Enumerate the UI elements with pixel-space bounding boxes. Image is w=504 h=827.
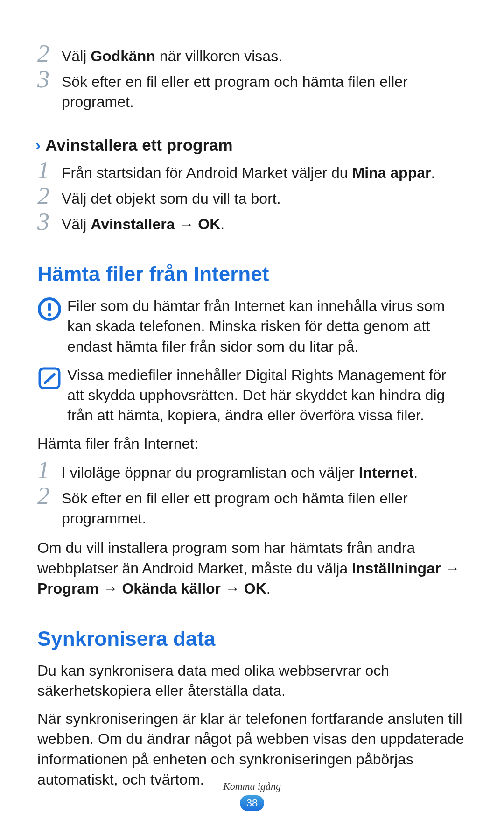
warning-icon	[37, 296, 65, 323]
info-text: Vissa mediefiler innehåller Digital Righ…	[65, 365, 467, 426]
step-number: 1	[37, 458, 62, 482]
step-item: 2 Välj det objekt som du vill ta bort.	[37, 187, 467, 209]
step-number: 3	[37, 67, 62, 92]
note-icon	[37, 365, 65, 392]
step-number: 2	[37, 484, 62, 508]
step-text: Sök efter en fil eller ett program och h…	[62, 70, 467, 112]
step-item: 2 Välj Godkänn när villkoren visas.	[37, 44, 467, 66]
section-heading-sync: Synkronisera data	[37, 627, 467, 650]
step-text: Välj Godkänn när villkoren visas.	[62, 44, 282, 66]
page-content: 2 Välj Godkänn när villkoren visas. 3 Sö…	[0, 0, 504, 816]
step-number: 3	[37, 210, 62, 234]
paragraph: Om du vill installera program som har hä…	[37, 538, 467, 599]
paragraph: Hämta filer från Internet:	[37, 434, 467, 454]
step-item: 1 I viloläge öppnar du programlistan och…	[37, 461, 467, 483]
warning-note: Filer som du hämtar från Internet kan in…	[37, 296, 467, 357]
info-note: Vissa mediefiler innehåller Digital Righ…	[37, 365, 467, 426]
step-text: Välj det objekt som du vill ta bort.	[62, 187, 281, 209]
step-text: Från startsidan för Android Market välje…	[62, 161, 435, 183]
warning-text: Filer som du hämtar från Internet kan in…	[65, 296, 467, 357]
page-number-badge: 38	[240, 795, 264, 811]
svg-rect-1	[48, 303, 51, 311]
subsection-title: Avinstallera ett program	[45, 136, 232, 155]
subsection-heading: › Avinstallera ett program	[37, 136, 467, 155]
step-item: 3 Välj Avinstallera → OK.	[37, 212, 467, 234]
step-item: 2 Sök efter en fil eller ett program och…	[37, 487, 467, 529]
paragraph: När synkroniseringen är klar är telefone…	[37, 709, 467, 790]
page-footer: Komma igång 38	[0, 780, 504, 811]
paragraph: Du kan synkronisera data med olika webbs…	[37, 661, 467, 701]
svg-point-2	[48, 313, 51, 317]
step-number: 1	[37, 158, 62, 183]
section-heading-download: Hämta filer från Internet	[37, 262, 467, 286]
step-text: I viloläge öppnar du programlistan och v…	[62, 461, 418, 483]
step-item: 3 Sök efter en fil eller ett program och…	[37, 70, 467, 112]
chapter-label: Komma igång	[0, 780, 504, 792]
step-item: 1 Från startsidan för Android Market väl…	[37, 161, 467, 183]
step-number: 2	[37, 184, 62, 208]
step-text: Sök efter en fil eller ett program och h…	[62, 487, 467, 529]
step-number: 2	[37, 42, 62, 66]
step-text: Välj Avinstallera → OK.	[62, 212, 224, 234]
chevron-right-icon: ›	[35, 136, 41, 154]
